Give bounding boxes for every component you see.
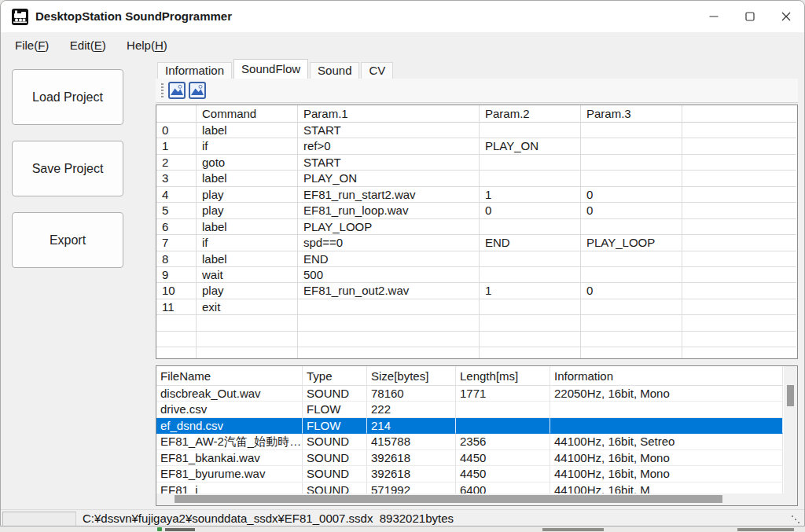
cell[interactable]	[682, 187, 796, 203]
cell[interactable]: END	[298, 251, 480, 267]
cell[interactable]: 1	[480, 187, 581, 203]
cell[interactable]: 0	[581, 187, 682, 203]
cell[interactable]: wait	[197, 267, 298, 283]
cell[interactable]: FLOW	[303, 402, 367, 417]
cell[interactable]	[682, 171, 796, 186]
cell[interactable]: 4450	[456, 450, 550, 466]
cell[interactable]: PLAY_LOOP	[298, 219, 480, 235]
cell[interactable]: 0	[581, 203, 682, 218]
cell[interactable]: 2	[156, 155, 197, 171]
image-icon[interactable]	[168, 82, 186, 99]
cell[interactable]	[480, 332, 581, 347]
empty-row[interactable]	[156, 347, 797, 359]
cell[interactable]	[480, 155, 581, 171]
flow-row[interactable]: 8labelEND	[156, 251, 797, 267]
flow-row[interactable]: 9wait500	[156, 267, 797, 283]
menu-edit[interactable]: Edit(E)	[67, 32, 109, 59]
cell[interactable]: 44100Hz, 16bit, Setreo	[550, 434, 783, 449]
cell[interactable]: play	[197, 187, 298, 203]
tab-information[interactable]: Information	[157, 62, 232, 79]
cell[interactable]	[682, 138, 796, 154]
cell[interactable]	[480, 171, 581, 186]
cell[interactable]	[197, 347, 298, 359]
cell[interactable]	[581, 123, 682, 138]
cell[interactable]	[456, 402, 550, 417]
cell[interactable]	[682, 219, 796, 235]
column-header[interactable]: FileName	[156, 366, 303, 386]
file-row[interactable]: EF81_bkankai.wavSOUND392618445044100Hz, …	[156, 450, 783, 466]
cell[interactable]	[480, 123, 581, 138]
flow-row[interactable]: 7ifspd==0ENDPLAY_LOOP	[156, 235, 797, 251]
cell[interactable]	[581, 299, 682, 315]
cell[interactable]	[550, 402, 783, 417]
cell[interactable]	[550, 418, 783, 434]
cell[interactable]	[682, 251, 796, 267]
vertical-scrollbar-thumb[interactable]	[787, 385, 794, 406]
flow-row[interactable]: 2gotoSTART	[156, 155, 797, 171]
flow-row[interactable]: 6labelPLAY_LOOP	[156, 219, 797, 235]
horizontal-scrollbar[interactable]	[156, 493, 797, 505]
cell[interactable]	[581, 315, 682, 331]
tab-cv[interactable]: CV	[361, 62, 393, 79]
column-header[interactable]: Type	[303, 366, 367, 386]
cell[interactable]: spd==0	[298, 235, 480, 251]
cell[interactable]: 3	[156, 171, 197, 186]
cell[interactable]: label	[197, 171, 298, 186]
column-header[interactable]: Command	[197, 105, 298, 123]
cell[interactable]: 392618	[367, 450, 456, 466]
cell[interactable]: SOUND	[303, 386, 367, 402]
cell[interactable]: SOUND	[303, 434, 367, 449]
cell[interactable]: PLAY_ON	[480, 138, 581, 154]
horizontal-scrollbar-thumb[interactable]	[175, 495, 722, 503]
cell[interactable]: 44100Hz, 16bit, Mono	[550, 466, 783, 482]
cell[interactable]: EF81_bkankai.wav	[156, 450, 303, 466]
export-button[interactable]: Export	[12, 212, 123, 268]
toolbar-grip[interactable]	[161, 83, 164, 98]
cell[interactable]	[480, 315, 581, 331]
file-list[interactable]: FileNameTypeSize[bytes]Length[ms]Informa…	[156, 365, 798, 506]
file-row[interactable]: drive.csvFLOW222	[156, 402, 783, 417]
cell[interactable]: EF81_AW-2汽笛_始動時…	[156, 434, 303, 449]
cell[interactable]: drive.csv	[156, 402, 303, 417]
cell[interactable]	[682, 267, 796, 283]
cell[interactable]	[456, 418, 550, 434]
cell[interactable]	[682, 203, 796, 218]
cell[interactable]: 392618	[367, 466, 456, 482]
close-button[interactable]	[768, 1, 804, 32]
cell[interactable]: SOUND	[303, 450, 367, 466]
cell[interactable]	[298, 315, 480, 331]
cell[interactable]	[682, 155, 796, 171]
empty-row[interactable]	[156, 332, 797, 347]
cell[interactable]: 5	[156, 203, 197, 218]
soundflow-grid[interactable]: CommandParam.1Param.2Param.30labelSTART1…	[156, 105, 798, 359]
cell[interactable]: 7	[156, 235, 197, 251]
cell[interactable]: 9	[156, 267, 197, 283]
cell[interactable]: 78160	[367, 386, 456, 402]
column-header[interactable]: Information	[550, 366, 783, 386]
cell[interactable]: 22050Hz, 16bit, Mono	[550, 386, 783, 402]
cell[interactable]	[581, 332, 682, 347]
cell[interactable]: 2356	[456, 434, 550, 449]
cell[interactable]: label	[197, 123, 298, 138]
column-header[interactable]: Length[ms]	[456, 366, 550, 386]
cell[interactable]	[480, 251, 581, 267]
cell[interactable]: START	[298, 123, 480, 138]
image-icon[interactable]	[189, 82, 206, 99]
cell[interactable]: 415788	[367, 434, 456, 449]
flow-row[interactable]: 4playEF81_run_start2.wav10	[156, 187, 797, 203]
cell[interactable]: PLAY_ON	[298, 171, 480, 186]
cell[interactable]: EF81_run_out2.wav	[298, 283, 480, 299]
empty-row[interactable]	[156, 315, 797, 331]
cell[interactable]: label	[197, 251, 298, 267]
cell[interactable]: 44100Hz, 16bit, Mono	[550, 450, 783, 466]
file-row[interactable]: EF81_AW-2汽笛_始動時…SOUND415788235644100Hz, …	[156, 434, 783, 449]
cell[interactable]: 8	[156, 251, 197, 267]
cell[interactable]: EF81_byurume.wav	[156, 466, 303, 482]
cell[interactable]	[480, 267, 581, 283]
cell[interactable]: EF81_run_loop.wav	[298, 203, 480, 218]
cell[interactable]	[581, 171, 682, 186]
cell[interactable]	[682, 347, 796, 359]
cell[interactable]	[156, 332, 197, 347]
file-row[interactable]: EF81_byurume.wavSOUND392618445044100Hz, …	[156, 466, 783, 482]
cell[interactable]: 0	[156, 123, 197, 138]
